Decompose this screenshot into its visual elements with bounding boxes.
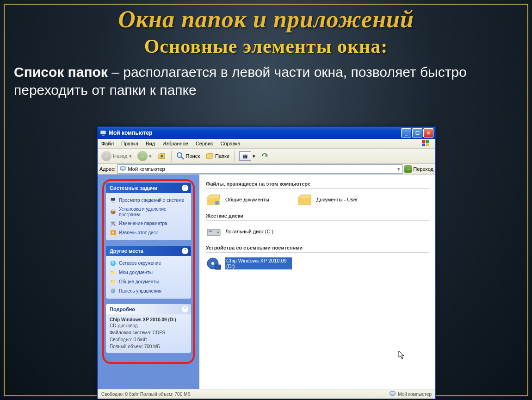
item-label: Chip Windows XP 2010.09 (D:) <box>225 257 292 269</box>
collapse-icon: ˄ <box>182 306 188 312</box>
folder-icon: 📁 <box>110 279 116 285</box>
panel-body: Chip Windows XP 2010.09 (D:) CD-дисковод… <box>106 314 191 353</box>
slide-title-main: Окна папок и приложений <box>0 6 532 33</box>
item-label: Локальный диск (C:) <box>225 229 273 234</box>
address-input[interactable]: Мой компьютер ▾ <box>118 164 403 174</box>
sync-button[interactable] <box>259 151 270 161</box>
minimize-button[interactable]: _ <box>401 128 411 138</box>
item-local-disk-c[interactable]: Локальный диск (C:) <box>206 225 273 238</box>
dropdown-icon: ▾ <box>129 153 132 159</box>
item-cd-drive-d[interactable]: Chip Windows XP 2010.09 (D:) <box>206 256 292 270</box>
items-row: Общие документы Документы - User <box>206 193 429 206</box>
content-area: Файлы, хранящиеся на этом компьютере Общ… <box>199 175 435 389</box>
place-control-panel[interactable]: ⚙️Панель управления <box>110 287 187 296</box>
body-bold: Список папок <box>14 64 108 80</box>
collapse-icon: ˄ <box>182 248 188 254</box>
window-controls: _ ☐ ✕ <box>401 128 435 138</box>
svg-rect-8 <box>120 167 125 170</box>
menu-file[interactable]: Файл <box>98 141 118 146</box>
folders-label: Папки <box>215 153 229 159</box>
svg-rect-5 <box>426 144 429 146</box>
svg-point-15 <box>211 262 214 265</box>
status-left: Свободно: 0 байт Полный объем: 700 МБ <box>101 392 191 397</box>
svg-rect-3 <box>426 140 429 143</box>
views-button[interactable]: ▦ ▾ <box>237 150 257 162</box>
window-body: Системные задачи ˄ 🖥️Просмотр сведений о… <box>98 175 435 389</box>
task-label: Общие документы <box>119 279 159 285</box>
items-row: Локальный диск (C:) <box>206 225 429 238</box>
task-change-setting[interactable]: 🛠️Изменение параметра <box>110 219 187 228</box>
task-add-remove[interactable]: 📦Установка и удаление программ <box>110 205 187 219</box>
place-my-docs[interactable]: 📁Мои документы <box>110 268 187 277</box>
svg-point-10 <box>215 201 219 205</box>
folder-up-icon <box>157 151 167 161</box>
my-computer-icon <box>120 166 126 172</box>
svg-rect-2 <box>422 140 425 143</box>
section-header-hdd: Жесткие диски <box>206 211 429 221</box>
search-button[interactable]: Поиск <box>174 151 202 161</box>
back-icon: ← <box>101 151 111 161</box>
back-button[interactable]: ← Назад ▾ <box>99 150 134 162</box>
panel-body: 🌐Сетевое окружение 📁Мои документы 📁Общие… <box>106 256 191 299</box>
item-shared-documents[interactable]: Общие документы <box>206 193 269 206</box>
svg-rect-9 <box>122 170 124 171</box>
sidebar: Системные задачи ˄ 🖥️Просмотр сведений о… <box>98 175 199 389</box>
detail-line: Полный объем: 700 МБ <box>110 343 187 350</box>
sync-icon <box>261 152 268 160</box>
forward-button[interactable]: → ▾ <box>136 150 154 162</box>
task-system-info[interactable]: 🖥️Просмотр сведений о системе <box>110 196 187 205</box>
sidebar-highlight: Системные задачи ˄ 🖥️Просмотр сведений о… <box>102 179 195 364</box>
go-icon: → <box>404 165 412 173</box>
up-button[interactable] <box>155 150 168 162</box>
dropdown-icon[interactable]: ▾ <box>397 166 400 172</box>
titlebar[interactable]: Мой компьютер _ ☐ ✕ <box>98 127 435 139</box>
slide: Окна папок и приложений Основные элемент… <box>0 0 532 400</box>
close-button[interactable]: ✕ <box>423 128 433 138</box>
menu-tools[interactable]: Сервис <box>192 141 217 146</box>
search-label: Поиск <box>186 153 200 159</box>
menu-favorites[interactable]: Избранное <box>159 141 192 146</box>
slide-body-text: Список папок – располагается в левой час… <box>14 63 504 99</box>
separator <box>171 150 172 162</box>
back-label: Назад <box>113 153 128 159</box>
panel-header[interactable]: Системные задачи ˄ <box>106 183 191 193</box>
svg-rect-17 <box>390 392 395 395</box>
maximize-button[interactable]: ☐ <box>412 128 422 138</box>
folders-icon <box>205 152 214 160</box>
separator <box>234 150 235 162</box>
programs-icon: 📦 <box>110 209 116 215</box>
item-user-documents[interactable]: Документы - User <box>297 193 358 206</box>
menu-edit[interactable]: Правка <box>118 141 142 146</box>
folders-button[interactable]: Папки <box>204 151 231 161</box>
svg-point-13 <box>217 231 219 233</box>
panel-header-label: Системные задачи <box>110 185 157 191</box>
collapse-icon: ˄ <box>182 185 188 191</box>
panel-body: 🖥️Просмотр сведений о системе 📦Установка… <box>106 193 191 240</box>
panel-details: Подробно ˄ Chip Windows XP 2010.09 (D:) … <box>106 304 191 353</box>
menu-help[interactable]: Справка <box>217 141 244 146</box>
folder-shared-icon <box>206 193 222 206</box>
task-eject-disk[interactable]: ⏏️Извлечь этот диск <box>110 228 187 238</box>
panel-header-label: Подробно <box>110 306 135 312</box>
svg-rect-0 <box>100 131 106 134</box>
svg-rect-4 <box>422 144 425 146</box>
dropdown-icon: ▾ <box>149 153 152 159</box>
windows-flag-icon <box>418 140 433 147</box>
place-network[interactable]: 🌐Сетевое окружение <box>110 259 187 268</box>
cursor-icon <box>398 350 405 360</box>
task-label: Мои документы <box>119 270 153 275</box>
hdd-icon <box>206 225 222 238</box>
folder-user-icon <box>297 193 313 206</box>
address-value: Мой компьютер <box>128 166 165 172</box>
menu-view[interactable]: Вид <box>142 141 159 146</box>
my-computer-icon <box>390 391 396 397</box>
panel-header-label: Другие места <box>110 248 143 254</box>
control-panel-icon: ⚙️ <box>110 288 116 294</box>
place-shared-docs[interactable]: 📁Общие документы <box>110 277 187 287</box>
svg-line-7 <box>181 157 184 159</box>
panel-header[interactable]: Подробно ˄ <box>106 304 191 314</box>
detail-line: Файловая система: CDFS <box>110 329 187 336</box>
panel-header[interactable]: Другие места ˄ <box>106 246 191 256</box>
go-button[interactable]: → Переход <box>404 165 433 173</box>
statusbar: Свободно: 0 байт Полный объем: 700 МБ Мо… <box>98 389 435 399</box>
